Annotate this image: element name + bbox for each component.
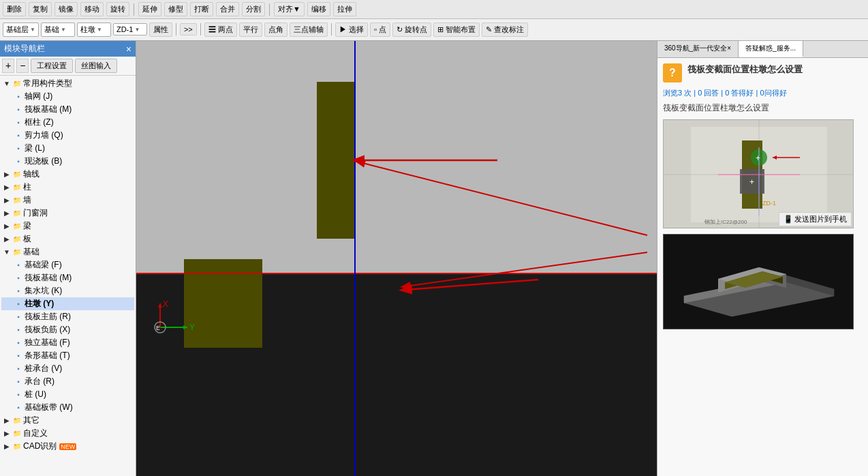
sep1 [134, 3, 134, 16]
sidebar-close[interactable]: × [126, 44, 131, 55]
svg-text:Y: Y [189, 323, 194, 332]
question-icon: ? [663, 63, 682, 83]
threepoint-btn[interactable]: 三点辅轴 [290, 23, 328, 37]
question-stats: 浏览3 次 | 0 回答 | 0 答得好 | 0问得好 [663, 88, 863, 98]
tree-item-foundation[interactable]: ▼ 📁 基础 [1, 246, 134, 258]
tree-label-frame: 框柱 (Z) [25, 117, 54, 128]
align-btn[interactable]: 对齐▼ [274, 2, 305, 16]
id-arrow: ▼ [134, 27, 140, 33]
stretch-btn[interactable]: 拉伸 [333, 2, 356, 16]
prop-btn[interactable]: 属性 [149, 23, 172, 37]
tree-item-plate[interactable]: ▪ 现浇板 (B) [1, 155, 134, 168]
item-isolated-icon: ▪ [14, 338, 23, 348]
tree-item-cap[interactable]: ▪ 承台 (R) [1, 375, 134, 388]
tree-label-pilecap: 桩承台 (V) [25, 363, 62, 374]
tree-label-raft: 筏板基础 (M) [25, 104, 72, 115]
tree-item-pedestal[interactable]: ▪ 柱墩 (Y) [1, 297, 134, 310]
cad-badge: NEW [59, 443, 76, 450]
tree-item-strip[interactable]: ▪ 条形基础 (T) [1, 349, 134, 362]
angle-btn[interactable]: 点角 [264, 23, 288, 37]
folder-doorwin-icon: 📁 [12, 209, 22, 218]
tree-item-shear[interactable]: ▪ 剪力墙 (Q) [1, 129, 134, 142]
send-photo-btn[interactable]: 📱 发送图片到手机 [779, 212, 852, 226]
tree-item-raft[interactable]: ▪ 筏板基础 (M) [1, 103, 134, 116]
tree-label-beam: 梁 (L) [25, 143, 45, 154]
tree-item-beam2[interactable]: ▶ 📁 梁 [1, 220, 134, 233]
tree-label-common: 常用构件类型 [23, 78, 72, 89]
tree-item-common[interactable]: ▼ 📁 常用构件类型 [1, 77, 134, 90]
tree-item-axisline[interactable]: ▶ 📁 轴线 [1, 168, 134, 181]
tree-item-cad[interactable]: ▶ 📁 CAD识别 NEW [1, 440, 134, 453]
rotatepoint-btn[interactable]: ↻ 旋转点 [392, 23, 431, 37]
add-icon[interactable]: + [2, 59, 14, 73]
main-area: 模块导航栏 × + − 工程设置 丝图输入 ▼ 📁 常用构件类型 ▪ 轴网 (J… [0, 41, 868, 476]
question-body: 筏板变截面位置柱墩怎么设置 [663, 102, 863, 114]
tree-item-fbeam[interactable]: ▪ 基础梁 (F) [1, 258, 134, 271]
tree-item-pilecap[interactable]: ▪ 桩承台 (V) [1, 362, 134, 375]
tree-item-pile[interactable]: ▪ 桩 (U) [1, 388, 134, 401]
tree-item-mainbar[interactable]: ▪ 筏板主筋 (R) [1, 310, 134, 323]
editmark-btn[interactable]: ✎ 查改标注 [482, 23, 528, 37]
column-dropdown[interactable]: 柱墩 ▼ [77, 23, 111, 37]
copy-btn[interactable]: 复制 [29, 2, 52, 16]
tree-item-negbar[interactable]: ▪ 筏板负筋 (X) [1, 323, 134, 336]
minus-icon[interactable]: − [16, 59, 29, 73]
tree-label-pile: 桩 (U) [25, 389, 46, 400]
tab-answer[interactable]: 答疑解惑_服务... [739, 41, 803, 57]
smartlayout-btn[interactable]: ⊞ 智能布置 [433, 23, 480, 37]
offset-btn[interactable]: 编移 [307, 2, 330, 16]
sidebar-header: 模块导航栏 × [0, 41, 136, 57]
floor-dropdown[interactable]: 基础 ▼ [41, 23, 75, 37]
more-btn[interactable]: >> [180, 23, 197, 35]
rotate-btn[interactable]: 旋转 [106, 2, 129, 16]
svg-marker-1 [183, 325, 187, 329]
merge-btn[interactable]: 合并 [216, 2, 239, 16]
break-btn[interactable]: 打断 [190, 2, 213, 16]
tree-item-isolated[interactable]: ▪ 独立基础 (F) [1, 336, 134, 349]
id-dropdown[interactable]: ZD-1 ▼ [113, 23, 147, 35]
tree-label-custom: 自定义 [23, 428, 48, 439]
split-btn[interactable]: 分割 [242, 2, 265, 16]
svg-text:E: E [156, 325, 160, 331]
tree-item-fraft[interactable]: ▪ 筏板基础 (M) [1, 271, 134, 284]
move-btn[interactable]: 移动 [80, 2, 104, 16]
layer-arrow: ▼ [30, 27, 35, 33]
extend-btn[interactable]: 延伸 [138, 2, 161, 16]
delete-btn[interactable]: 删除 [3, 2, 26, 16]
canvas-area[interactable]: Y X E [136, 41, 657, 476]
item-negbar-icon: ▪ [14, 325, 23, 335]
point-btn[interactable]: ▫ 点 [370, 23, 390, 37]
tree-item-strip2[interactable]: ▪ 基础板带 (W) [1, 401, 134, 414]
tree-label-foundation: 基础 [23, 246, 40, 258]
svg-text:+: + [756, 153, 760, 163]
twopoint-btn[interactable]: ☰ 两点 [204, 23, 237, 37]
tree-item-sump[interactable]: ▪ 集水坑 (K) [1, 284, 134, 297]
modify-btn[interactable]: 修型 [164, 2, 187, 16]
project-settings-btn[interactable]: 工程设置 [31, 59, 73, 73]
parallel-btn[interactable]: 平行 [239, 23, 262, 37]
expand-foundation: ▼ [3, 248, 11, 256]
right-tabs: 360导航_新一代安全× 答疑解惑_服务... [657, 41, 868, 58]
tree-item-axis[interactable]: ▪ 轴网 (J) [1, 90, 134, 103]
expand-doorwin: ▶ [3, 209, 11, 217]
tree-item-frame[interactable]: ▪ 框柱 (Z) [1, 116, 134, 129]
tree-label-other: 其它 [23, 415, 40, 426]
mirror-btn[interactable]: 镜像 [55, 2, 78, 16]
sep2 [269, 3, 270, 16]
expand-axisline: ▶ [3, 170, 11, 178]
drawing-input-btn[interactable]: 丝图输入 [75, 59, 117, 73]
layer-dropdown[interactable]: 基础层 ▼ [3, 23, 39, 37]
tree-item-wall[interactable]: ▶ 📁 墙 [1, 194, 134, 207]
sep3 [176, 23, 176, 35]
tree-item-custom[interactable]: ▶ 📁 自定义 [1, 427, 134, 440]
tree-item-doorwin[interactable]: ▶ 📁 门窗洞 [1, 207, 134, 220]
sep5 [331, 23, 332, 35]
select-btn[interactable]: ▶ 选择 [335, 23, 368, 37]
tree-item-beam[interactable]: ▪ 梁 (L) [1, 142, 134, 155]
tab-360[interactable]: 360导航_新一代安全× [657, 41, 739, 57]
tree-item-other[interactable]: ▶ 📁 其它 [1, 414, 134, 427]
tree-item-slab[interactable]: ▶ 📁 板 [1, 233, 134, 246]
expand-slab: ▶ [3, 235, 11, 243]
sidebar-buttons: + − 工程设置 丝图输入 [0, 57, 136, 76]
tree-item-col[interactable]: ▶ 📁 柱 [1, 181, 134, 194]
